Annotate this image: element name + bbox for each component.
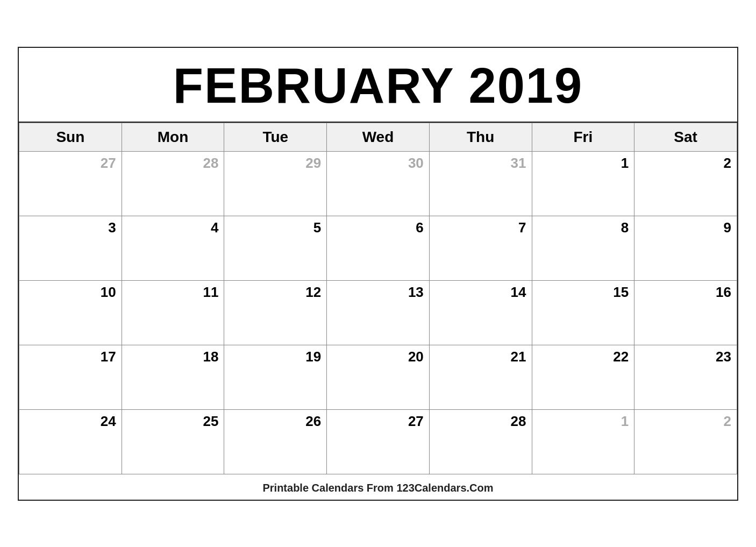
- calendar-cell[interactable]: 10: [19, 280, 122, 345]
- calendar-cell[interactable]: 28: [429, 409, 532, 474]
- calendar-cell[interactable]: 15: [532, 280, 634, 345]
- calendar-cell[interactable]: 20: [327, 345, 430, 409]
- week-row-1: 272829303112: [19, 151, 737, 216]
- day-header-sat: Sat: [634, 123, 737, 151]
- calendar-cell[interactable]: 27: [19, 151, 122, 216]
- week-row-3: 10111213141516: [19, 280, 737, 345]
- calendar-cell[interactable]: 25: [122, 409, 224, 474]
- calendar-cell[interactable]: 23: [634, 345, 737, 409]
- calendar-cell[interactable]: 11: [122, 280, 224, 345]
- calendar-cell[interactable]: 16: [634, 280, 737, 345]
- calendar-cell[interactable]: 1: [532, 151, 634, 216]
- calendar-cell[interactable]: 13: [327, 280, 430, 345]
- calendar-cell[interactable]: 22: [532, 345, 634, 409]
- calendar-grid: SunMonTueWedThuFriSat 272829303112345678…: [19, 123, 737, 474]
- calendar-cell[interactable]: 27: [327, 409, 430, 474]
- calendar-body: 2728293031123456789101112131415161718192…: [19, 151, 737, 474]
- calendar-cell[interactable]: 17: [19, 345, 122, 409]
- day-header-fri: Fri: [532, 123, 634, 151]
- calendar-cell[interactable]: 18: [122, 345, 224, 409]
- footer-text: Printable Calendars From: [262, 482, 396, 494]
- calendar-cell[interactable]: 12: [224, 280, 327, 345]
- calendar-cell[interactable]: 14: [429, 280, 532, 345]
- calendar-cell[interactable]: 21: [429, 345, 532, 409]
- calendar-cell[interactable]: 3: [19, 216, 122, 280]
- day-header-mon: Mon: [122, 123, 224, 151]
- week-row-2: 3456789: [19, 216, 737, 280]
- days-header-row: SunMonTueWedThuFriSat: [19, 123, 737, 151]
- calendar-cell[interactable]: 19: [224, 345, 327, 409]
- calendar-cell[interactable]: 5: [224, 216, 327, 280]
- calendar-cell[interactable]: 2: [634, 409, 737, 474]
- calendar-cell[interactable]: 8: [532, 216, 634, 280]
- day-header-tue: Tue: [224, 123, 327, 151]
- calendar-cell[interactable]: 24: [19, 409, 122, 474]
- calendar-cell[interactable]: 2: [634, 151, 737, 216]
- calendar-cell[interactable]: 9: [634, 216, 737, 280]
- calendar-cell[interactable]: 1: [532, 409, 634, 474]
- calendar-cell[interactable]: 28: [122, 151, 224, 216]
- day-header-sun: Sun: [19, 123, 122, 151]
- footer-brand: 123Calendars.Com: [396, 482, 493, 494]
- calendar-container: FEBRUARY 2019 SunMonTueWedThuFriSat 2728…: [18, 47, 738, 501]
- week-row-5: 242526272812: [19, 409, 737, 474]
- calendar-cell[interactable]: 6: [327, 216, 430, 280]
- calendar-cell[interactable]: 29: [224, 151, 327, 216]
- calendar-cell[interactable]: 4: [122, 216, 224, 280]
- calendar-cell[interactable]: 7: [429, 216, 532, 280]
- day-header-wed: Wed: [327, 123, 430, 151]
- day-header-thu: Thu: [429, 123, 532, 151]
- calendar-cell[interactable]: 31: [429, 151, 532, 216]
- footer: Printable Calendars From 123Calendars.Co…: [19, 474, 737, 500]
- calendar-cell[interactable]: 30: [327, 151, 430, 216]
- calendar-cell[interactable]: 26: [224, 409, 327, 474]
- calendar-title: FEBRUARY 2019: [19, 48, 737, 123]
- week-row-4: 17181920212223: [19, 345, 737, 409]
